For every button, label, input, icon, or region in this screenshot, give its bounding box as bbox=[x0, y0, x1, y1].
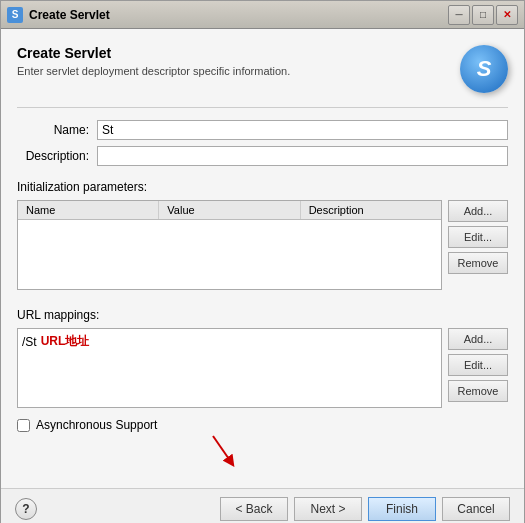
header-divider bbox=[17, 107, 508, 108]
cancel-button[interactable]: Cancel bbox=[442, 497, 510, 521]
async-label: Asynchronous Support bbox=[36, 418, 157, 432]
description-row: Description: bbox=[17, 146, 508, 166]
description-label: Description: bbox=[17, 149, 97, 163]
init-params-area: Name Value Description Add... Edit... Re… bbox=[17, 200, 508, 290]
name-label: Name: bbox=[17, 123, 97, 137]
window-controls: ─ □ ✕ bbox=[448, 5, 518, 25]
url-mappings-label: URL mappings: bbox=[17, 308, 508, 322]
url-entry: /St URL地址 bbox=[22, 333, 437, 350]
async-row: Asynchronous Support bbox=[17, 418, 508, 432]
close-button[interactable]: ✕ bbox=[496, 5, 518, 25]
url-add-button[interactable]: Add... bbox=[448, 328, 508, 350]
url-label-red: URL地址 bbox=[41, 333, 90, 350]
url-textbox[interactable]: /St URL地址 bbox=[17, 328, 442, 408]
page-subtitle: Enter servlet deployment descriptor spec… bbox=[17, 65, 460, 77]
init-remove-button[interactable]: Remove bbox=[448, 252, 508, 274]
minimize-button[interactable]: ─ bbox=[448, 5, 470, 25]
url-remove-button[interactable]: Remove bbox=[448, 380, 508, 402]
init-edit-button[interactable]: Edit... bbox=[448, 226, 508, 248]
col-description: Description bbox=[301, 201, 441, 219]
window: S Create Servlet ─ □ ✕ Create Servlet En… bbox=[0, 0, 525, 523]
name-input[interactable] bbox=[97, 120, 508, 140]
col-value: Value bbox=[159, 201, 300, 219]
red-arrow-icon bbox=[203, 432, 243, 472]
url-mappings-area: /St URL地址 Add... Edit... Remove bbox=[17, 328, 508, 408]
url-edit-button[interactable]: Edit... bbox=[448, 354, 508, 376]
title-bar: S Create Servlet ─ □ ✕ bbox=[1, 1, 524, 29]
url-path: /St bbox=[22, 335, 37, 349]
main-content: Create Servlet Enter servlet deployment … bbox=[1, 29, 524, 488]
header-section: Create Servlet Enter servlet deployment … bbox=[17, 45, 508, 93]
init-params-label: Initialization parameters: bbox=[17, 180, 508, 194]
next-button[interactable]: Next > bbox=[294, 497, 362, 521]
arrow-area bbox=[17, 442, 508, 472]
table-header: Name Value Description bbox=[18, 201, 441, 220]
brand-logo: S bbox=[460, 45, 508, 93]
url-buttons: Add... Edit... Remove bbox=[448, 328, 508, 408]
help-button[interactable]: ? bbox=[15, 498, 37, 520]
header-text: Create Servlet Enter servlet deployment … bbox=[17, 45, 460, 77]
window-title: Create Servlet bbox=[29, 8, 448, 22]
page-title: Create Servlet bbox=[17, 45, 460, 61]
init-params-buttons: Add... Edit... Remove bbox=[448, 200, 508, 290]
window-icon: S bbox=[7, 7, 23, 23]
name-row: Name: bbox=[17, 120, 508, 140]
col-name: Name bbox=[18, 201, 159, 219]
finish-button[interactable]: Finish bbox=[368, 497, 436, 521]
svg-line-1 bbox=[213, 436, 231, 462]
init-params-table: Name Value Description bbox=[17, 200, 442, 290]
async-checkbox[interactable] bbox=[17, 419, 30, 432]
back-button[interactable]: < Back bbox=[220, 497, 288, 521]
maximize-button[interactable]: □ bbox=[472, 5, 494, 25]
bottom-left: ? bbox=[15, 498, 37, 520]
table-body bbox=[18, 220, 441, 284]
description-input[interactable] bbox=[97, 146, 508, 166]
bottom-right: < Back Next > Finish Cancel bbox=[220, 497, 510, 521]
bottom-bar: ? < Back Next > Finish Cancel bbox=[1, 488, 524, 523]
init-add-button[interactable]: Add... bbox=[448, 200, 508, 222]
